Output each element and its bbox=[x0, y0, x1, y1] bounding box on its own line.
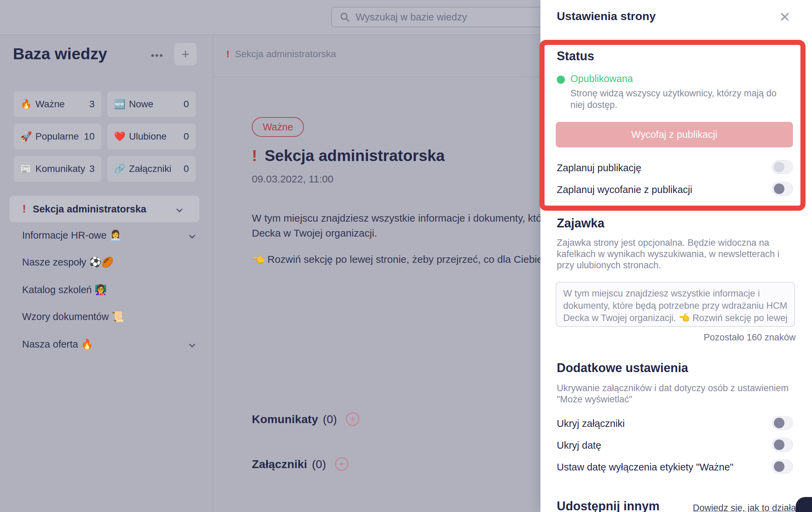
knowledge-base-title: Baza wiedzy bbox=[13, 44, 107, 63]
toggle-important-expiry[interactable] bbox=[772, 460, 793, 474]
toggle-hide-date[interactable] bbox=[772, 438, 793, 452]
search-input[interactable] bbox=[356, 12, 533, 23]
tile-count: 0 bbox=[183, 99, 189, 110]
status-value: Opublikowana bbox=[570, 73, 633, 84]
important-icon: ! bbox=[22, 203, 26, 215]
toggle-schedule-unpublish[interactable] bbox=[772, 182, 793, 196]
search-icon bbox=[339, 12, 350, 22]
tile-count: 10 bbox=[84, 131, 95, 142]
important-icon: ! bbox=[226, 49, 229, 60]
zajawka-heading: Zajawka bbox=[557, 216, 604, 230]
fire-icon: 🔥 bbox=[20, 99, 35, 110]
tile-count: 0 bbox=[183, 131, 189, 142]
section-header-zalaczniki: Załączniki (0) + bbox=[252, 457, 348, 471]
page-title: ! Sekcja administratorska bbox=[252, 146, 445, 165]
zajawka-description: Zajawka strony jest opcjonalna. Będzie w… bbox=[557, 237, 792, 271]
share-heading: Udostępnij innym bbox=[557, 499, 660, 512]
breadcrumb-divider bbox=[213, 77, 540, 77]
search-box[interactable] bbox=[331, 7, 569, 27]
wazne-badge: Ważne bbox=[252, 117, 304, 137]
close-icon[interactable]: ✕ bbox=[775, 7, 794, 27]
page-date: 09.03.2022, 11:00 bbox=[252, 173, 334, 185]
sidebar-item-wzory-dokumentow[interactable]: Wzory dokumentów 📜 bbox=[22, 309, 199, 324]
heart-icon: ❤️ bbox=[114, 131, 129, 142]
additional-settings-description: Ukrywanie załączników i dat dotyczy osób… bbox=[557, 383, 795, 405]
stat-tiles: 🔥 Ważne 3 🆕 Nowe 0 🚀 Popularne 10 ❤️ Ulu… bbox=[14, 91, 196, 182]
newspaper-icon: 📰 bbox=[20, 163, 35, 174]
chevron-down-icon[interactable] bbox=[176, 206, 182, 212]
status-heading: Status bbox=[557, 49, 594, 63]
sidebar-item-nasze-zespoly[interactable]: Nasze zespoły ⚽🏉 bbox=[22, 255, 199, 270]
tile-count: 3 bbox=[89, 163, 95, 174]
tile-count: 3 bbox=[89, 99, 95, 110]
toggle-knob bbox=[774, 418, 784, 428]
status-dot bbox=[557, 76, 565, 84]
app-screen: Baza wiedzy ••• + 🔥 Ważne 3 🆕 Nowe 0 🚀 P… bbox=[0, 0, 812, 512]
schedule-unpublish-label: Zaplanuj wycofanie z publikacji bbox=[557, 184, 692, 195]
chevron-down-icon[interactable] bbox=[189, 341, 195, 347]
tile-count: 0 bbox=[183, 163, 189, 174]
add-zalacznik-button[interactable]: + bbox=[335, 457, 348, 471]
toggle-knob bbox=[774, 439, 784, 450]
toggle-knob bbox=[774, 183, 784, 194]
tile-ulubione[interactable]: ❤️ Ulubione 0 bbox=[107, 124, 196, 149]
tile-wazne[interactable]: 🔥 Ważne 3 bbox=[14, 91, 101, 117]
sidebar-item-katalog-szkolen[interactable]: Katalog szkoleń 👩‍🏫 bbox=[22, 282, 199, 297]
sidebar-item-informacje-hr[interactable]: Informacje HR-owe 👩‍💼 bbox=[22, 228, 199, 243]
hide-date-label: Ukryj datę bbox=[557, 440, 601, 451]
add-page-button[interactable]: + bbox=[174, 43, 197, 65]
sidebar: Baza wiedzy ••• + 🔥 Ważne 3 🆕 Nowe 0 🚀 P… bbox=[0, 35, 213, 512]
add-komunikat-button[interactable]: + bbox=[346, 412, 359, 426]
new-icon: 🆕 bbox=[114, 99, 129, 110]
link-icon: 🔗 bbox=[114, 163, 129, 174]
schedule-publish-label: Zaplanuj publikację bbox=[557, 162, 641, 174]
learn-more-link[interactable]: Dowiedz się, jak to działa bbox=[693, 503, 796, 512]
zajawka-textarea[interactable]: W tym miejscu znajdziesz wszystkie infor… bbox=[556, 282, 795, 327]
sidebar-item-nasza-oferta[interactable]: Nasza oferta 🔥 bbox=[22, 337, 199, 352]
tile-nowe[interactable]: 🆕 Nowe 0 bbox=[107, 91, 196, 117]
breadcrumb[interactable]: ! Sekcja administratorska bbox=[226, 49, 336, 60]
unpublish-button[interactable]: Wycofaj z publikacji bbox=[556, 122, 793, 147]
additional-settings-heading: Dodatkowe ustawienia bbox=[557, 361, 688, 375]
important-icon: ! bbox=[252, 146, 257, 165]
hide-attachments-label: Ukryj załączniki bbox=[557, 418, 625, 429]
panel-title: Ustawienia strony bbox=[557, 10, 656, 23]
tile-zalaczniki[interactable]: 🔗 Załączniki 0 bbox=[107, 156, 196, 182]
toggle-knob bbox=[774, 162, 784, 172]
char-counter: Pozostało 160 znaków bbox=[704, 332, 796, 343]
toggle-hide-attachments[interactable] bbox=[772, 416, 793, 430]
toggle-schedule-publish[interactable] bbox=[772, 160, 793, 174]
section-header-komunikaty: Komunikaty (0) + bbox=[252, 412, 359, 426]
toggle-knob bbox=[774, 461, 784, 472]
settings-panel: Ustawienia strony ✕ Status Opublikowana … bbox=[540, 0, 812, 512]
page-paragraph: 👈 Rozwiń sekcję po lewej stronie, żeby p… bbox=[252, 252, 542, 267]
rocket-icon: 🚀 bbox=[20, 131, 35, 142]
more-options-button[interactable]: ••• bbox=[147, 48, 167, 63]
tile-popularne[interactable]: 🚀 Popularne 10 bbox=[14, 124, 101, 149]
tile-komunikaty[interactable]: 📰 Komunikaty 3 bbox=[14, 156, 101, 182]
sidebar-item-sekcja-administratorska[interactable]: ! Sekcja administratorska bbox=[10, 196, 199, 222]
chevron-down-icon[interactable] bbox=[189, 232, 195, 238]
important-expiry-label: Ustaw datę wyłączenia etykiety "Ważne" bbox=[557, 462, 733, 473]
status-description: Stronę widzą wszyscy użytkownicy, którzy… bbox=[570, 87, 783, 111]
